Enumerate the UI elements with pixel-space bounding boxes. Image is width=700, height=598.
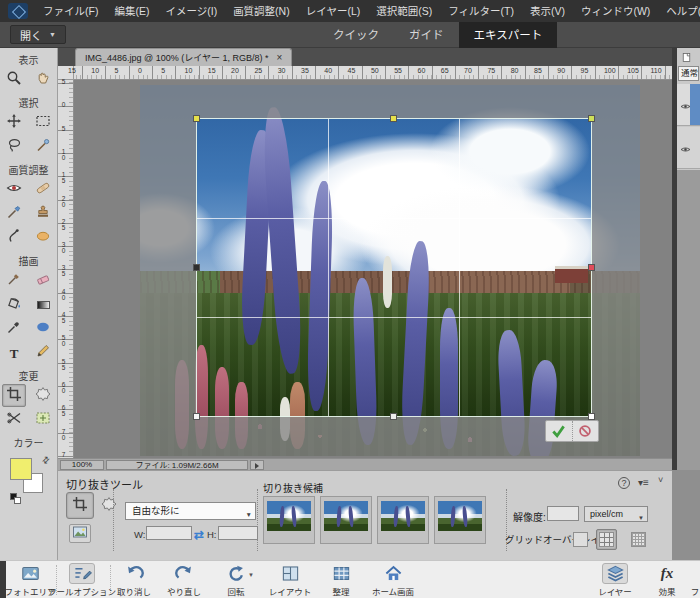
menu-item[interactable]: ウィンドウ(W) [573, 0, 658, 22]
clone-stamp-tool[interactable] [31, 202, 55, 225]
crop-handle-left-middle[interactable] [193, 264, 200, 271]
tab-quick[interactable]: クイック [318, 22, 394, 48]
crop-commit-button[interactable] [546, 421, 573, 441]
crop-handle-bottom-right[interactable] [588, 413, 595, 420]
grid-overlay-none[interactable] [570, 529, 591, 550]
quick-selection-tool[interactable] [31, 135, 55, 158]
taskbar-tooloptions-button[interactable]: ツールオプション [56, 563, 108, 597]
close-icon[interactable]: × [276, 52, 282, 63]
taskbar-rotate-button[interactable]: ▼回転 [210, 563, 262, 597]
grid-overlay-fine[interactable] [628, 529, 649, 550]
crop-handle-top-left[interactable] [193, 115, 200, 122]
sponge-tool[interactable] [31, 226, 55, 249]
taskbar-filter-button[interactable]: フィルター [686, 563, 700, 597]
crop-tool[interactable] [2, 384, 26, 407]
lasso-tool[interactable] [2, 135, 26, 158]
move-tool[interactable] [2, 111, 26, 134]
straighten-tool[interactable] [2, 408, 26, 431]
crop-handle-bottom-left[interactable] [193, 413, 200, 420]
tab-expert[interactable]: エキスパート [459, 22, 558, 48]
taskbar-undo-button[interactable]: 取り消し [108, 563, 160, 597]
resolution-unit-select[interactable]: pixel/cm [584, 506, 648, 522]
document-tab[interactable]: IMG_4486.jpg @ 100% (レイヤー 1, RGB/8) * × [75, 48, 292, 66]
blend-mode-select[interactable]: 通常 [678, 66, 699, 81]
toolbar-section-label: 表示 [0, 48, 57, 68]
healing-brush-tool[interactable] [2, 226, 26, 249]
perspective-crop-option-button[interactable] [69, 524, 91, 543]
width-input[interactable] [146, 526, 192, 540]
collapse-panel-icon[interactable]: ˅ [658, 475, 663, 485]
crop-handle-top-right[interactable] [588, 115, 595, 122]
zoom-tool-icon [6, 70, 22, 90]
foreground-color-swatch[interactable] [10, 458, 32, 480]
crop-suggestion-thumbnail[interactable] [377, 496, 429, 544]
smart-brush-tool[interactable] [2, 202, 26, 225]
ruler-number: 45 [60, 311, 67, 323]
crop-suggestion-thumbnail[interactable] [434, 496, 486, 544]
taskbar-redo-button[interactable]: やり直し [158, 563, 210, 597]
grid-overlay-none-icon [573, 532, 588, 547]
grid-overlay-thirds[interactable] [596, 529, 617, 550]
menu-item[interactable]: ファイル(F) [35, 0, 106, 22]
taskbar-label: フィルター [691, 585, 700, 597]
swap-colors-icon[interactable]: ⇄ [40, 454, 52, 466]
layers-panel-sliver: 通常 [672, 48, 700, 470]
menu-item[interactable]: 画質調整(N) [225, 0, 298, 22]
height-input[interactable] [218, 526, 258, 540]
crop-suggestion-thumbnail[interactable] [263, 496, 315, 544]
layer-visibility-eye-icon[interactable] [680, 141, 691, 159]
paint-bucket-tool[interactable] [2, 293, 26, 316]
pencil-tool[interactable] [31, 341, 55, 364]
crop-selection[interactable] [196, 118, 592, 417]
taskbar-label: 取り消し [117, 585, 151, 597]
menu-item[interactable]: レイヤー(L) [298, 0, 369, 22]
shape-tool[interactable] [31, 317, 55, 340]
resolution-input[interactable] [547, 506, 579, 521]
photo-image[interactable] [140, 85, 640, 456]
help-icon[interactable]: ? [618, 477, 630, 489]
menu-item[interactable]: 表示(V) [522, 0, 573, 22]
type-tool[interactable]: T [2, 341, 26, 364]
marquee-tool[interactable] [31, 111, 55, 134]
red-eye-tool[interactable] [2, 178, 26, 201]
menu-item[interactable]: 選択範囲(S) [368, 0, 440, 22]
menu-item[interactable]: フィルター(T) [440, 0, 522, 22]
layer-row[interactable] [677, 84, 700, 126]
taskbar-home-button[interactable]: ホーム画面 [367, 563, 419, 597]
status-options-arrow[interactable] [250, 460, 264, 470]
panel-menu-icon[interactable]: ▾≡ [638, 477, 649, 488]
layer-row[interactable] [677, 127, 700, 169]
chevron-down-icon[interactable]: ▼ [248, 572, 254, 578]
taskbar-layers-button[interactable]: レイヤー [589, 563, 641, 597]
crop-suggestion-thumbnail[interactable] [320, 496, 372, 544]
canvas-workspace[interactable] [74, 80, 672, 458]
crop-tool-option-button[interactable] [66, 492, 94, 519]
menu-item[interactable]: ヘルプ(H) [658, 0, 700, 22]
taskbar-organizer-button[interactable]: 整理 [315, 563, 367, 597]
crop-handle-right-middle[interactable] [588, 264, 595, 271]
hand-tool[interactable] [31, 68, 55, 91]
eraser-tool[interactable] [31, 269, 55, 292]
menu-item[interactable]: 編集(E) [106, 0, 157, 22]
brush-tool[interactable] [2, 269, 26, 292]
swap-dimensions-icon[interactable]: ⇄ [194, 525, 204, 543]
crop-handle-top-middle[interactable] [390, 115, 397, 122]
gradient-tool[interactable] [31, 293, 55, 316]
default-colors-icon[interactable] [10, 493, 21, 504]
shape-tool-icon [35, 319, 51, 339]
taskbar-layout-button[interactable]: レイアウト [264, 563, 316, 597]
ruler-number: 35 [60, 264, 67, 276]
crop-handle-bottom-middle[interactable] [390, 413, 397, 420]
crop-cancel-button[interactable] [573, 421, 599, 441]
zoom-tool[interactable] [2, 68, 26, 91]
eyedropper-tool[interactable] [2, 317, 26, 340]
tab-guided[interactable]: ガイド [394, 22, 459, 48]
cookie-cutter-tool[interactable] [31, 384, 55, 407]
spot-healing-tool[interactable] [31, 178, 55, 201]
open-button[interactable]: 開く ▼ [10, 25, 66, 44]
taskbar-label: レイヤー [598, 585, 632, 597]
cookie-cutter-option-button[interactable] [98, 495, 120, 517]
crop-preset-select[interactable]: 自由な形に [125, 502, 256, 520]
menu-item[interactable]: イメージ(I) [157, 0, 225, 22]
recompose-tool[interactable] [31, 408, 55, 431]
